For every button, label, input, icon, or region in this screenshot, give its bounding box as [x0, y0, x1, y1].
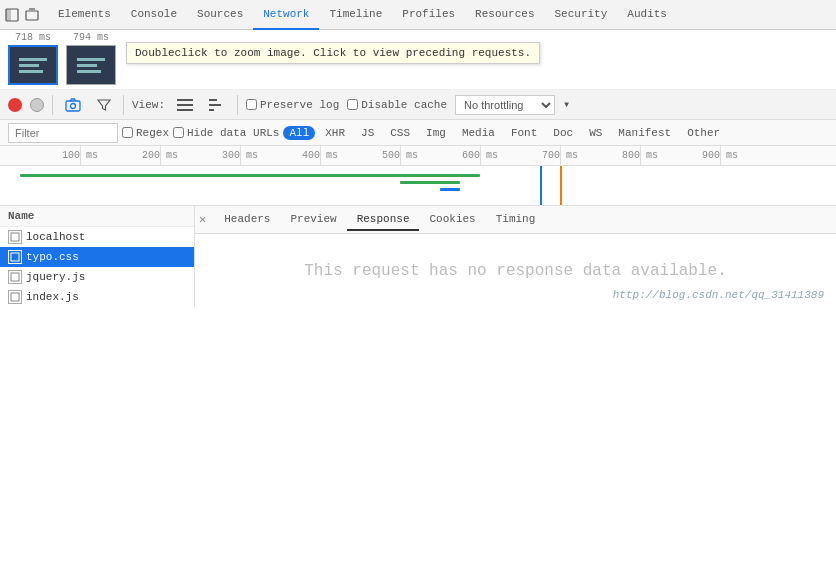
tab-timeline[interactable]: Timeline: [319, 0, 392, 30]
filter-tag-media[interactable]: Media: [456, 126, 501, 140]
filter-tag-xhr[interactable]: XHR: [319, 126, 351, 140]
detail-tab-preview[interactable]: Preview: [280, 209, 346, 231]
throttle-select[interactable]: No throttling: [455, 95, 555, 115]
disable-cache-input[interactable]: [347, 99, 358, 110]
hide-data-input[interactable]: [173, 127, 184, 138]
filter-input[interactable]: [8, 123, 118, 143]
detail-tab-timing[interactable]: Timing: [486, 209, 546, 231]
filter-tag-manifest[interactable]: Manifest: [612, 126, 677, 140]
filter-tag-all[interactable]: All: [283, 126, 315, 140]
svg-rect-12: [11, 253, 19, 261]
waterfall-header: 718 ms 794 ms Doubleclick to zoom image.…: [0, 30, 836, 90]
regex-label: Regex: [136, 127, 169, 139]
tab-network[interactable]: Network: [253, 0, 319, 30]
list-view-icon[interactable]: [173, 97, 197, 113]
svg-rect-1: [6, 9, 11, 21]
file-name-localhost: localhost: [26, 231, 85, 243]
file-item-index-js[interactable]: index.js: [0, 287, 194, 307]
svg-rect-8: [209, 99, 217, 101]
waterfall-thumb-1[interactable]: 718 ms: [8, 32, 58, 85]
disable-cache-checkbox[interactable]: Disable cache: [347, 99, 447, 111]
svg-rect-7: [177, 109, 193, 111]
svg-rect-10: [209, 109, 214, 111]
camera-icon[interactable]: [61, 96, 85, 114]
tab-profiles[interactable]: Profiles: [392, 0, 465, 30]
devtools-icons: [4, 7, 40, 23]
detail-tab-response[interactable]: Response: [347, 209, 420, 231]
footer-url: http://blog.csdn.net/qq_31411389: [613, 289, 824, 301]
file-icon-typo-css: [8, 250, 22, 264]
file-icon-localhost: [8, 230, 22, 244]
waterfall-image-1[interactable]: [8, 45, 58, 85]
svg-rect-3: [66, 101, 80, 111]
tab-resources[interactable]: Resources: [465, 0, 544, 30]
timeline-bar-blue: [440, 188, 460, 191]
file-icon-jquery-js: [8, 270, 22, 284]
regex-checkbox[interactable]: Regex: [122, 127, 169, 139]
file-item-jquery-js[interactable]: jquery.js: [0, 267, 194, 287]
svg-rect-6: [177, 104, 193, 106]
file-list-header: Name: [0, 206, 194, 227]
file-icon-index-js: [8, 290, 22, 304]
filter-tag-css[interactable]: CSS: [384, 126, 416, 140]
clear-button[interactable]: [30, 98, 44, 112]
file-name-typo-css: typo.css: [26, 251, 79, 263]
tab-console[interactable]: Console: [121, 0, 187, 30]
ruler-mark-500: 500 ms: [382, 150, 418, 161]
file-item-localhost[interactable]: localhost: [0, 227, 194, 247]
filter-bar: Regex Hide data URLs All XHR JS CSS Img …: [0, 120, 836, 146]
ruler-mark-600: 600 ms: [462, 150, 498, 161]
waterfall-thumb-2[interactable]: 794 ms Doubleclick to zoom image. Click …: [66, 32, 116, 85]
preserve-log-input[interactable]: [246, 99, 257, 110]
record-button[interactable]: [8, 98, 22, 112]
filter-tag-js[interactable]: JS: [355, 126, 380, 140]
waterfall-view-icon[interactable]: [205, 97, 229, 113]
content-area: Name localhost typo.css jquery.js index.…: [0, 206, 836, 307]
waterfall-tooltip: Doubleclick to zoom image. Click to view…: [126, 42, 540, 64]
regex-input[interactable]: [122, 127, 133, 138]
svg-rect-5: [177, 99, 193, 101]
svg-rect-9: [209, 104, 221, 106]
filter-tag-img[interactable]: Img: [420, 126, 452, 140]
detail-tab-headers[interactable]: Headers: [214, 209, 280, 231]
toolbar-separator-2: [123, 95, 124, 115]
filter-tag-doc[interactable]: Doc: [547, 126, 579, 140]
waterfall-image-2[interactable]: [66, 45, 116, 85]
filter-tag-ws[interactable]: WS: [583, 126, 608, 140]
tab-audits[interactable]: Audits: [617, 0, 677, 30]
dock-icon[interactable]: [4, 7, 20, 23]
tab-bar: Elements Console Sources Network Timelin…: [0, 0, 836, 30]
tab-elements[interactable]: Elements: [48, 0, 121, 30]
undock-icon[interactable]: [24, 7, 40, 23]
detail-tab-cookies[interactable]: Cookies: [419, 209, 485, 231]
filter-icon[interactable]: [93, 96, 115, 114]
hide-data-label: Hide data URLs: [187, 127, 279, 139]
svg-point-4: [71, 103, 76, 108]
detail-close-button[interactable]: ✕: [199, 212, 206, 227]
filter-tag-font[interactable]: Font: [505, 126, 543, 140]
timeline-area: [0, 166, 836, 206]
tab-security[interactable]: Security: [545, 0, 618, 30]
file-name-index-js: index.js: [26, 291, 79, 303]
file-item-typo-css[interactable]: typo.css: [0, 247, 194, 267]
tab-sources[interactable]: Sources: [187, 0, 253, 30]
throttle-chevron[interactable]: ▾: [563, 97, 570, 112]
ruler-mark-800: 800 ms: [622, 150, 658, 161]
vertical-line-blue: [540, 166, 542, 205]
filter-tag-other[interactable]: Other: [681, 126, 726, 140]
timeline-ruler: 100 ms 200 ms 300 ms 400 ms 500 ms 600 m…: [0, 146, 836, 166]
detail-tabs: ✕ Headers Preview Response Cookies Timin…: [195, 206, 836, 234]
preserve-log-checkbox[interactable]: Preserve log: [246, 99, 339, 111]
file-list-header-label: Name: [8, 210, 34, 222]
vertical-line-orange: [560, 166, 562, 205]
svg-rect-2: [26, 11, 38, 20]
toolbar-separator-3: [237, 95, 238, 115]
ruler-mark-700: 700 ms: [542, 150, 578, 161]
file-name-jquery-js: jquery.js: [26, 271, 85, 283]
ruler-mark-200: 200 ms: [142, 150, 178, 161]
svg-rect-13: [11, 273, 19, 281]
hide-data-checkbox[interactable]: Hide data URLs: [173, 127, 279, 139]
no-response-message: This request has no response data availa…: [304, 262, 726, 280]
file-list-panel: Name localhost typo.css jquery.js index.…: [0, 206, 195, 307]
ruler-mark-400: 400 ms: [302, 150, 338, 161]
